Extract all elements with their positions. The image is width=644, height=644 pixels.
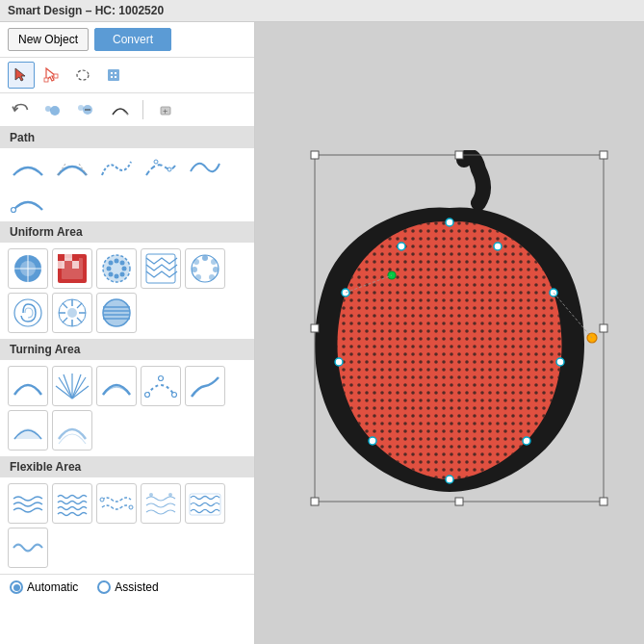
svg-point-19 bbox=[167, 167, 171, 171]
svg-point-98 bbox=[523, 437, 530, 445]
svg-point-78 bbox=[100, 498, 104, 502]
svg-rect-28 bbox=[64, 254, 72, 261]
svg-text:+: + bbox=[163, 107, 167, 116]
assisted-radio[interactable]: Assisted bbox=[97, 580, 158, 594]
path-item-2[interactable] bbox=[52, 152, 92, 183]
stitch-tool-icon[interactable] bbox=[100, 62, 127, 89]
svg-point-103 bbox=[556, 358, 564, 366]
svg-line-57 bbox=[63, 303, 67, 308]
uniform-pattern-6[interactable] bbox=[8, 293, 48, 333]
svg-point-40 bbox=[107, 267, 112, 271]
svg-rect-82 bbox=[190, 494, 220, 515]
turning-pattern-7[interactable] bbox=[52, 410, 92, 451]
path-item-1[interactable] bbox=[8, 152, 48, 183]
svg-point-11 bbox=[78, 105, 84, 111]
svg-line-60 bbox=[77, 303, 82, 308]
svg-point-46 bbox=[211, 259, 217, 265]
turning-pattern-5[interactable] bbox=[185, 366, 225, 406]
select-tool-icon[interactable] bbox=[8, 62, 35, 89]
apple-illustration bbox=[286, 150, 613, 516]
svg-point-8 bbox=[50, 106, 60, 116]
node-tool-icon[interactable] bbox=[39, 62, 65, 89]
turning-pattern-1[interactable] bbox=[8, 366, 48, 406]
path-item-3[interactable] bbox=[96, 152, 137, 183]
svg-point-18 bbox=[154, 160, 158, 164]
flexible-pattern-1[interactable] bbox=[8, 483, 48, 524]
flexible-pattern-3[interactable] bbox=[96, 483, 137, 524]
uniform-pattern-1[interactable] bbox=[8, 248, 48, 289]
path-item-4[interactable] bbox=[141, 152, 181, 183]
svg-point-49 bbox=[195, 274, 201, 280]
convert-button[interactable]: Convert bbox=[94, 28, 171, 51]
turning-pattern-6[interactable] bbox=[8, 410, 48, 451]
turning-pattern-4[interactable] bbox=[141, 366, 181, 406]
toolbar-row: New Object Convert bbox=[0, 22, 254, 58]
uniform-pattern-5[interactable] bbox=[185, 248, 225, 289]
automatic-radio-dot bbox=[10, 580, 23, 594]
curve-tool[interactable] bbox=[106, 97, 135, 122]
lasso-tool-icon[interactable] bbox=[69, 62, 96, 89]
app-title: Smart Design – HC: 1002520 bbox=[8, 4, 164, 17]
flexible-pattern-5[interactable] bbox=[185, 483, 225, 524]
svg-point-48 bbox=[213, 267, 219, 272]
svg-rect-1 bbox=[54, 74, 58, 78]
svg-point-100 bbox=[398, 243, 405, 250]
svg-point-20 bbox=[12, 208, 16, 213]
turning-pattern-3[interactable] bbox=[96, 366, 137, 406]
path-item-5[interactable] bbox=[185, 152, 225, 183]
svg-point-9 bbox=[45, 106, 51, 112]
flexible-area-grid bbox=[0, 477, 254, 574]
svg-point-77 bbox=[172, 393, 177, 398]
svg-rect-7 bbox=[115, 76, 116, 78]
add-node-tool[interactable]: + bbox=[151, 97, 180, 122]
path-grid bbox=[0, 148, 254, 221]
svg-point-41 bbox=[122, 267, 127, 271]
flexible-pattern-2[interactable] bbox=[52, 483, 92, 524]
svg-rect-93 bbox=[600, 324, 607, 332]
svg-point-101 bbox=[494, 243, 502, 250]
svg-point-102 bbox=[335, 358, 343, 366]
svg-rect-27 bbox=[58, 254, 64, 261]
uniform-pattern-8[interactable] bbox=[96, 293, 137, 333]
svg-point-34 bbox=[109, 261, 114, 266]
turning-pattern-2[interactable] bbox=[52, 366, 92, 406]
svg-line-59 bbox=[63, 318, 67, 322]
uniform-pattern-2[interactable] bbox=[52, 248, 92, 289]
svg-rect-87 bbox=[600, 151, 607, 159]
svg-point-37 bbox=[109, 272, 114, 277]
svg-rect-29 bbox=[72, 254, 79, 261]
new-object-button[interactable]: New Object bbox=[8, 28, 89, 51]
toolbar-divider bbox=[142, 100, 143, 119]
uniform-area-header: Uniform Area bbox=[0, 221, 254, 243]
uniform-area-grid bbox=[0, 243, 254, 339]
uniform-pattern-4[interactable] bbox=[141, 248, 181, 289]
svg-rect-92 bbox=[311, 324, 319, 332]
assisted-radio-dot bbox=[97, 580, 111, 594]
svg-point-97 bbox=[446, 476, 453, 483]
svg-rect-0 bbox=[44, 78, 48, 82]
automatic-radio[interactable]: Automatic bbox=[10, 580, 78, 594]
svg-point-76 bbox=[159, 376, 164, 381]
canvas-area bbox=[255, 22, 644, 644]
svg-point-80 bbox=[149, 493, 153, 497]
svg-rect-4 bbox=[111, 72, 113, 74]
flexible-pattern-6[interactable] bbox=[8, 528, 48, 568]
automatic-label: Automatic bbox=[27, 580, 78, 594]
icon-toolbar bbox=[0, 58, 254, 93]
path-item-6[interactable] bbox=[8, 187, 48, 218]
svg-rect-90 bbox=[455, 151, 463, 159]
svg-rect-86 bbox=[311, 151, 319, 159]
svg-rect-89 bbox=[600, 498, 607, 505]
turning-area-header: Turning Area bbox=[0, 339, 254, 360]
flexible-pattern-4[interactable] bbox=[141, 483, 181, 524]
svg-point-36 bbox=[120, 261, 125, 266]
node-smooth-tool[interactable] bbox=[40, 97, 69, 122]
uniform-pattern-3[interactable] bbox=[96, 248, 137, 289]
left-panel: New Object Convert bbox=[0, 22, 255, 644]
svg-rect-5 bbox=[115, 72, 116, 74]
node-tool-2[interactable] bbox=[73, 97, 102, 122]
svg-point-94 bbox=[446, 219, 453, 226]
uniform-pattern-7[interactable] bbox=[52, 293, 92, 333]
undo-tool[interactable] bbox=[8, 97, 37, 122]
svg-point-51 bbox=[14, 299, 41, 326]
